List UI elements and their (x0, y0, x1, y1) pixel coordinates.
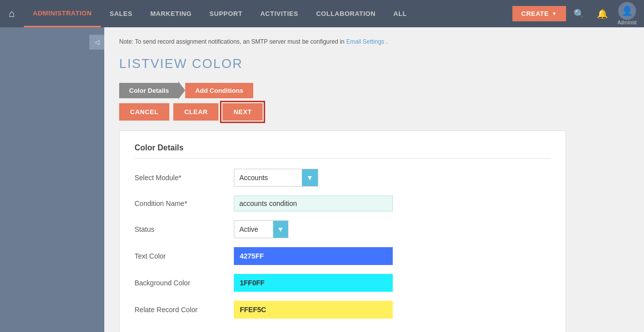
nav-item-activities[interactable]: ACTIVITIES (251, 0, 307, 27)
select-module-field: Accounts ▼ (234, 169, 482, 187)
nav-item-administration[interactable]: ADMINISTRATION (24, 0, 101, 27)
main-content: Note: To send record assignment notifica… (104, 27, 644, 332)
status-wrapper[interactable]: Active ▼ (234, 220, 288, 238)
text-color-row: Text Color 4275FF (135, 247, 551, 265)
status-field: Active ▼ (234, 220, 482, 238)
relate-record-color-value[interactable]: FFEF5C (234, 301, 393, 319)
sidebar: ◁ (0, 27, 104, 332)
status-dropdown-btn[interactable]: ▼ (273, 221, 288, 238)
wizard-step-1[interactable]: Color Details (119, 83, 179, 98)
nav-item-support[interactable]: SUPPORT (201, 0, 251, 27)
status-label: Status (135, 225, 234, 233)
status-row: Status Active ▼ (135, 220, 551, 238)
select-module-dropdown-btn[interactable]: ▼ (302, 169, 318, 186)
text-color-value[interactable]: 4275FF (234, 247, 393, 265)
select-module-label: Select Module* (135, 174, 234, 182)
text-color-label: Text Color (135, 252, 234, 260)
text-color-field: 4275FF (234, 247, 482, 265)
nav-item-marketing[interactable]: MARKETING (142, 0, 201, 27)
condition-name-input[interactable] (234, 196, 393, 211)
nav-item-sales[interactable]: SALES (101, 0, 142, 27)
page-title: LISTVIEW COLOR (119, 56, 629, 71)
admin-label: Administ (618, 20, 637, 25)
form-card: Color Details Select Module* Accounts ▼ … (119, 131, 566, 332)
note-end: . (386, 38, 387, 45)
email-settings-link[interactable]: Email Settings (346, 38, 384, 45)
condition-name-field (234, 196, 482, 211)
relate-record-color-label: Relate Record Color (135, 306, 234, 314)
nav-right: CREATE ▼ 🔍 🔔 👤 Administ (512, 2, 639, 25)
relate-record-color-row: Relate Record Color FFEF5C (135, 301, 551, 319)
note-bar: Note: To send record assignment notifica… (119, 37, 629, 46)
layout: ◁ Note: To send record assignment notifi… (0, 27, 644, 332)
relate-record-color-field: FFEF5C (234, 301, 482, 319)
step-arrow (178, 81, 185, 99)
cancel-button[interactable]: CANCEL (119, 103, 169, 121)
select-module-wrapper[interactable]: Accounts ▼ (234, 169, 318, 187)
next-button[interactable]: NEXT (222, 103, 263, 121)
background-color-row: Background Color 1FF0FF (135, 274, 551, 292)
select-module-value: Accounts (234, 170, 302, 185)
action-buttons: CANCEL CLEAR NEXT (119, 103, 629, 121)
create-button[interactable]: CREATE ▼ (512, 6, 566, 21)
search-button[interactable]: 🔍 (569, 4, 589, 23)
create-arrow: ▼ (552, 11, 557, 16)
condition-name-row: Condition Name* (135, 196, 551, 211)
wizard-step-2[interactable]: Add Conditions (185, 83, 253, 98)
top-navigation: ⌂ ADMINISTRATION SALES MARKETING SUPPORT… (0, 0, 644, 27)
admin-menu[interactable]: 👤 Administ (615, 2, 639, 25)
nav-items: ADMINISTRATION SALES MARKETING SUPPORT A… (24, 0, 512, 27)
home-icon[interactable]: ⌂ (5, 4, 19, 23)
sidebar-toggle[interactable]: ◁ (89, 35, 104, 50)
note-text: Note: To send record assignment notifica… (119, 38, 345, 45)
notifications-button[interactable]: 🔔 (592, 4, 613, 23)
form-card-title: Color Details (135, 143, 551, 159)
background-color-value[interactable]: 1FF0FF (234, 274, 393, 292)
clear-button[interactable]: CLEAR (173, 103, 218, 121)
condition-name-label: Condition Name* (135, 199, 234, 207)
nav-item-all[interactable]: ALL (384, 0, 416, 27)
admin-avatar: 👤 (618, 2, 636, 20)
background-color-label: Background Color (135, 279, 234, 287)
nav-item-collaboration[interactable]: COLLABORATION (307, 0, 385, 27)
wizard-steps: Color Details Add Conditions (119, 81, 629, 99)
status-value: Active (234, 222, 273, 237)
select-module-row: Select Module* Accounts ▼ (135, 169, 551, 187)
background-color-field: 1FF0FF (234, 274, 482, 292)
